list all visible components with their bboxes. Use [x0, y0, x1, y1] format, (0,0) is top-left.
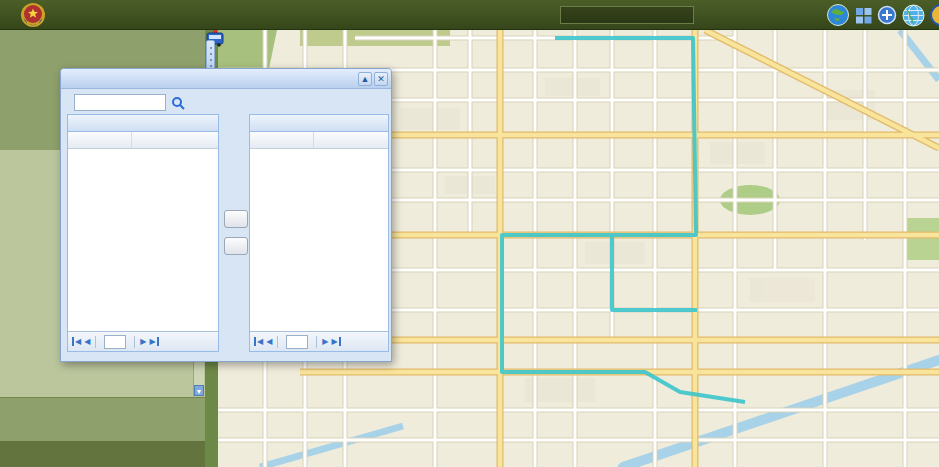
locate-plus-icon[interactable]: [877, 5, 897, 25]
col-plate: [68, 132, 132, 148]
grid-icon[interactable]: [855, 7, 872, 24]
compass-icon[interactable]: [930, 4, 939, 26]
shown-vehicles-table: [250, 149, 388, 331]
plate-search-row: [61, 89, 391, 114]
scroll-down-icon[interactable]: ▼: [194, 385, 204, 396]
next-page-icon[interactable]: ▶: [322, 337, 328, 346]
prev-page-icon[interactable]: ◀: [84, 337, 90, 346]
dialog-titlebar[interactable]: ▲ ✕: [61, 69, 391, 89]
first-page-icon[interactable]: ◀: [72, 337, 81, 346]
next-page-icon[interactable]: ▶: [140, 337, 146, 346]
col-plate: [250, 132, 314, 148]
header-search-input[interactable]: [560, 6, 694, 24]
col-gps: [132, 132, 218, 148]
header-bar: [0, 0, 939, 30]
screen: ▲ ▼ ▲ ✕: [0, 0, 939, 467]
sidebar-filler: [0, 441, 205, 467]
first-page-icon[interactable]: ◀: [254, 337, 263, 346]
plate-input[interactable]: [74, 94, 166, 111]
police-badge-logo: [20, 2, 46, 28]
hidden-vehicles-table: [68, 149, 218, 331]
transfer-panels: ◀ ◀ ▶ ▶: [64, 114, 388, 354]
close-icon[interactable]: ✕: [374, 72, 388, 86]
realtime-vehicle-monitor-dialog: ▲ ✕ ◀ ◀: [60, 68, 392, 362]
hidden-vehicles-panel: ◀ ◀ ▶ ▶: [67, 114, 219, 352]
last-page-icon[interactable]: ▶: [331, 337, 340, 346]
pager-right: ◀ ◀ ▶ ▶: [250, 331, 388, 351]
page-input-right[interactable]: [286, 335, 308, 349]
collapse-icon[interactable]: ▲: [358, 72, 372, 86]
header-toolbar: [826, 3, 939, 27]
last-page-icon[interactable]: ▶: [149, 337, 158, 346]
move-right-button[interactable]: [224, 210, 248, 228]
table-header: [68, 132, 218, 149]
shown-vehicles-panel: ◀ ◀ ▶ ▶: [249, 114, 389, 352]
table-header: [250, 132, 388, 149]
col-gps: [314, 132, 388, 148]
shown-panel-title: [250, 115, 388, 132]
page-input-left[interactable]: [104, 335, 126, 349]
earth-icon[interactable]: [826, 3, 850, 27]
move-left-button[interactable]: [224, 237, 248, 255]
prev-page-icon[interactable]: ◀: [266, 337, 272, 346]
search-icon[interactable]: [171, 96, 185, 110]
globe-icon[interactable]: [902, 4, 925, 27]
hidden-panel-title: [68, 115, 218, 132]
pager-left: ◀ ◀ ▶ ▶: [68, 331, 218, 351]
